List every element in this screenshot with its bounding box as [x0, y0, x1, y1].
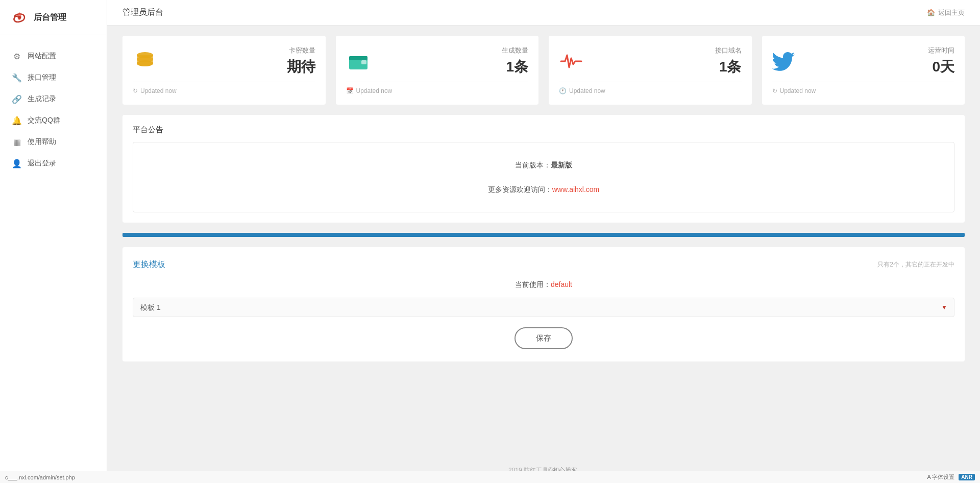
template-section-note: 只有2个，其它的正在开发中	[877, 260, 954, 269]
template-section-header: 更换模板 只有2个，其它的正在开发中	[133, 259, 954, 270]
status-bar: c___.nxl.com/admin/set.php A 字体设置 ANR	[0, 471, 980, 483]
notice-version: 当前版本：最新版	[143, 153, 944, 177]
stat-operation-days: 运营时间 0天 ↻ Updated now	[762, 36, 965, 105]
wrench-icon: 🔧	[12, 73, 21, 82]
database-icon	[133, 49, 157, 74]
notice-resource: 更多资源欢迎访问：www.aihxl.com	[143, 177, 944, 202]
bell-icon: 🔔	[12, 116, 21, 125]
stat-label: 接口域名	[715, 46, 742, 55]
svg-rect-5	[349, 56, 368, 60]
sidebar-item-site-config[interactable]: ⚙ 网站配置	[0, 45, 107, 67]
link-icon: 🔗	[12, 94, 21, 104]
stat-info-gen-count: 生成数量 1条	[502, 46, 528, 77]
refresh-icon: ↻	[772, 87, 777, 94]
svg-point-0	[18, 16, 21, 19]
header: 管理员后台 🏠 返回主页	[107, 0, 980, 26]
stat-value: 1条	[502, 57, 528, 77]
help-icon: ▦	[12, 137, 21, 147]
refresh-icon: ↻	[133, 87, 138, 94]
stat-info-interface-domain: 接口域名 1条	[715, 46, 742, 77]
twitter-icon	[772, 49, 797, 74]
status-bar-right: A 字体设置 ANR	[927, 473, 975, 481]
gear-icon: ⚙	[12, 52, 21, 61]
stat-value: 1条	[715, 57, 742, 77]
main-content: 管理员后台 🏠 返回主页	[107, 0, 980, 483]
svg-point-3	[137, 56, 153, 62]
stats-row: 卡密数量 期待 ↻ Updated now	[122, 36, 965, 105]
stat-label: 运营时间	[928, 46, 954, 55]
sidebar-item-gen-records[interactable]: 🔗 生成记录	[0, 88, 107, 110]
stat-value: 期待	[287, 57, 315, 77]
stat-footer: 📅 Updated now	[346, 82, 529, 94]
sidebar-logo: 后台管理	[0, 0, 107, 35]
stat-footer: 🕐 Updated now	[559, 82, 742, 94]
back-to-home[interactable]: 🏠 返回主页	[927, 8, 965, 17]
sidebar-nav: ⚙ 网站配置 🔧 接口管理 🔗 生成记录 🔔 交流QQ群 ▦ 使用帮助 👤 退出…	[0, 35, 107, 483]
sidebar-item-label: 接口管理	[28, 73, 56, 82]
logo-text: 后台管理	[34, 12, 66, 23]
sidebar-item-help[interactable]: ▦ 使用帮助	[0, 131, 107, 153]
template-select[interactable]: 模板 1 模板 2	[133, 298, 954, 317]
stat-info-operation-days: 运营时间 0天	[928, 46, 954, 77]
save-btn-wrapper: 保存	[133, 327, 954, 349]
home-icon: 🏠	[927, 9, 935, 16]
save-button[interactable]: 保存	[514, 327, 573, 349]
stat-value: 0天	[928, 57, 954, 77]
template-switcher-card: 更换模板 只有2个，其它的正在开发中 当前使用：default 模板 1 模板 …	[122, 247, 965, 361]
sidebar-item-label: 网站配置	[28, 52, 56, 61]
user-icon: 👤	[12, 159, 21, 168]
clock-icon: 🕐	[559, 87, 567, 94]
sidebar: 后台管理 ⚙ 网站配置 🔧 接口管理 🔗 生成记录 🔔 交流QQ群 ▦ 使用帮助…	[0, 0, 107, 483]
calendar-icon: 📅	[346, 87, 354, 94]
anr-badge: ANR	[959, 474, 975, 480]
status-url: c___.nxl.com/admin/set.php	[5, 474, 75, 480]
platform-notice-card: 平台公告 当前版本：最新版 更多资源欢迎访问：www.aihxl.com	[122, 115, 965, 223]
sidebar-item-logout[interactable]: 👤 退出登录	[0, 153, 107, 174]
notice-section-title: 平台公告	[133, 125, 954, 135]
stat-footer: ↻ Updated now	[133, 82, 315, 94]
font-label[interactable]: A 字体设置	[927, 473, 955, 481]
logo-icon	[10, 8, 29, 27]
svg-rect-6	[361, 60, 366, 64]
sidebar-item-label: 退出登录	[28, 159, 56, 168]
sidebar-item-label: 使用帮助	[28, 137, 56, 147]
sidebar-item-interface-mgmt[interactable]: 🔧 接口管理	[0, 67, 107, 88]
stat-label: 卡密数量	[287, 46, 315, 55]
stat-label: 生成数量	[502, 46, 528, 55]
notice-content: 当前版本：最新版 更多资源欢迎访问：www.aihxl.com	[133, 142, 954, 212]
stat-card-count: 卡密数量 期待 ↻ Updated now	[122, 36, 326, 105]
page-title: 管理员后台	[122, 7, 163, 18]
sidebar-item-qq-group[interactable]: 🔔 交流QQ群	[0, 110, 107, 131]
wallet-icon	[346, 49, 371, 74]
content-area: 卡密数量 期待 ↻ Updated now	[107, 26, 980, 458]
pulse-icon	[559, 49, 583, 74]
template-current: 当前使用：default	[133, 280, 954, 289]
sidebar-item-label: 交流QQ群	[28, 116, 60, 125]
blue-divider	[122, 233, 965, 237]
stat-gen-count: 生成数量 1条 📅 Updated now	[336, 36, 539, 105]
stat-interface-domain: 接口域名 1条 🕐 Updated now	[549, 36, 752, 105]
sidebar-item-label: 生成记录	[28, 94, 56, 104]
stat-footer: ↻ Updated now	[772, 82, 955, 94]
template-select-wrapper: 模板 1 模板 2 ▼	[133, 298, 954, 317]
template-section-title: 更换模板	[133, 259, 165, 270]
stat-info-card-count: 卡密数量 期待	[287, 46, 315, 77]
